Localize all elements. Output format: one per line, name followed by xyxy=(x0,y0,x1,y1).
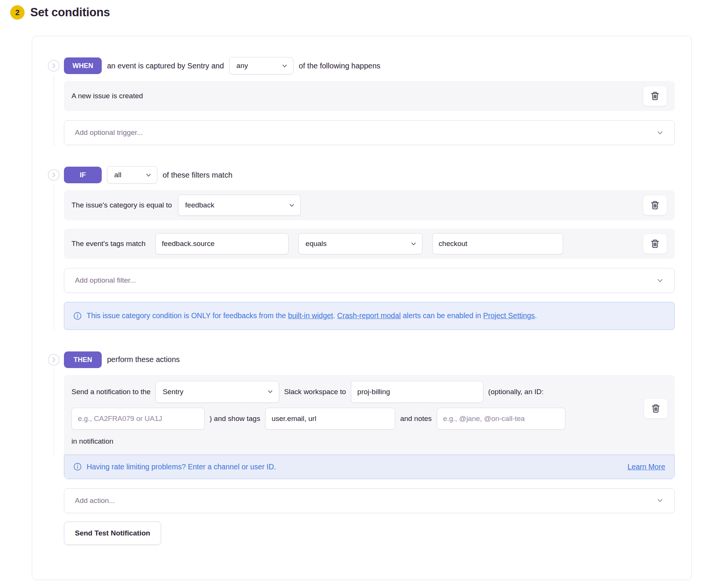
trash-icon xyxy=(651,404,661,413)
then-body: THEN perform these actions Send a notifi… xyxy=(64,351,675,545)
channel-input[interactable] xyxy=(351,381,483,403)
tags-filter-label: The event's tags match xyxy=(71,240,146,248)
when-frequency-value: any xyxy=(236,62,248,70)
add-trigger-dropdown[interactable]: Add optional trigger... xyxy=(64,120,675,145)
workspace-select[interactable]: Sentry xyxy=(155,381,279,403)
rail-connector xyxy=(54,370,54,455)
delete-filter-button[interactable] xyxy=(643,234,667,254)
delete-trigger-button[interactable] xyxy=(643,86,667,106)
then-rail xyxy=(43,351,64,545)
info-icon xyxy=(73,312,82,322)
channel-id-input[interactable] xyxy=(71,408,205,430)
add-trigger-placeholder: Add optional trigger... xyxy=(75,128,143,137)
workspace-select-value: Sentry xyxy=(163,388,183,396)
collapse-chevron-icon[interactable] xyxy=(48,354,60,366)
tag-value-input[interactable] xyxy=(432,233,563,254)
add-filter-dropdown[interactable]: Add optional filter... xyxy=(64,268,675,293)
action-label: Send a notification to the xyxy=(71,388,151,396)
category-select-value: feedback xyxy=(185,201,214,209)
when-frequency-select[interactable]: any xyxy=(229,57,293,74)
chevron-down-icon xyxy=(657,129,664,136)
then-header-row: THEN perform these actions xyxy=(64,351,675,368)
if-post-text: of these filters match xyxy=(163,171,233,179)
action-line-1: Send a notification to the Sentry Slack … xyxy=(71,381,639,403)
send-test-notification-button[interactable]: Send Test Notification xyxy=(64,521,161,545)
step-number-badge: 2 xyxy=(10,5,25,20)
notice-text-part: . xyxy=(333,311,337,320)
built-in-widget-link[interactable]: built-in widget xyxy=(288,311,333,320)
rail-connector xyxy=(54,76,54,145)
tags-input[interactable] xyxy=(265,408,395,430)
crash-report-modal-link[interactable]: Crash-report modal xyxy=(337,311,401,320)
project-settings-link[interactable]: Project Settings xyxy=(483,311,535,320)
add-filter-placeholder: Add optional filter... xyxy=(75,276,136,285)
add-action-dropdown[interactable]: Add action... xyxy=(64,488,675,513)
action-line-2: ) and show tags and notes xyxy=(71,408,639,430)
if-body: IF all of these filters match The issue'… xyxy=(64,166,675,330)
chevron-down-icon xyxy=(267,388,273,395)
action-label: and notes xyxy=(400,415,432,423)
delete-filter-button[interactable] xyxy=(643,195,667,215)
filter-row-category: The issue's category is equal to feedbac… xyxy=(64,190,675,220)
notice-text-part: . xyxy=(535,311,537,320)
notes-input[interactable] xyxy=(437,408,565,430)
rate-limit-notice-left: Having rate limiting problems? Enter a c… xyxy=(73,463,276,471)
info-icon xyxy=(73,463,82,471)
if-section: IF all of these filters match The issue'… xyxy=(43,166,675,330)
delete-action-button[interactable] xyxy=(644,398,668,419)
trash-icon xyxy=(650,91,660,101)
page-title: Set conditions xyxy=(30,6,110,19)
collapse-chevron-icon[interactable] xyxy=(48,60,60,72)
filter-row-tags: The event's tags match equals xyxy=(64,229,675,259)
then-post-text: perform these actions xyxy=(107,355,180,364)
if-badge: IF xyxy=(64,167,102,183)
chevron-down-icon xyxy=(289,202,295,209)
rate-limit-notice-text: Having rate limiting problems? Enter a c… xyxy=(87,463,276,471)
when-badge: WHEN xyxy=(64,57,102,74)
trash-icon xyxy=(650,200,660,210)
tag-operator-value: equals xyxy=(306,240,327,248)
chevron-down-icon xyxy=(657,277,664,284)
when-post-text: of the following happens xyxy=(299,62,380,70)
rate-limit-notice: Having rate limiting problems? Enter a c… xyxy=(64,455,675,479)
action-label: (optionally, an ID: xyxy=(488,388,543,396)
trigger-label: A new issue is created xyxy=(71,92,143,100)
add-action-placeholder: Add action... xyxy=(75,497,115,505)
notice-text-part: This issue category condition is ONLY fo… xyxy=(87,311,288,320)
tag-operator-select[interactable]: equals xyxy=(298,233,422,254)
learn-more-link[interactable]: Learn More xyxy=(627,463,665,471)
when-body: WHEN an event is captured by Sentry and … xyxy=(64,57,675,145)
rail-connector xyxy=(54,185,54,330)
chevron-down-icon xyxy=(145,172,152,178)
then-badge: THEN xyxy=(64,351,102,368)
category-filter-label: The issue's category is equal to xyxy=(71,201,172,209)
when-section: WHEN an event is captured by Sentry and … xyxy=(43,57,675,145)
when-pre-text: an event is captured by Sentry and xyxy=(107,62,224,70)
chevron-down-icon xyxy=(657,497,664,504)
when-header-row: WHEN an event is captured by Sentry and … xyxy=(64,57,675,74)
chevron-down-icon xyxy=(281,63,288,69)
tag-key-input[interactable] xyxy=(155,233,289,254)
trash-icon xyxy=(650,239,660,249)
if-match-value: all xyxy=(114,171,121,179)
conditions-panel: WHEN an event is captured by Sentry and … xyxy=(32,36,692,580)
step-header: 2 Set conditions xyxy=(0,0,714,20)
trigger-row: A new issue is created xyxy=(64,81,675,111)
action-label-in-notification: in notification xyxy=(71,435,667,455)
then-section: THEN perform these actions Send a notifi… xyxy=(43,351,675,545)
collapse-chevron-icon[interactable] xyxy=(48,169,60,181)
notice-text: This issue category condition is ONLY fo… xyxy=(87,310,537,322)
notice-text-part: alerts can be enabled in xyxy=(401,311,483,320)
chevron-down-icon xyxy=(410,241,417,247)
action-label: ) and show tags xyxy=(210,415,260,423)
if-match-select[interactable]: all xyxy=(107,166,157,184)
slack-action-row: Send a notification to the Sentry Slack … xyxy=(64,375,675,479)
category-condition-notice: This issue category condition is ONLY fo… xyxy=(64,302,675,330)
if-rail xyxy=(43,166,64,330)
if-header-row: IF all of these filters match xyxy=(64,166,675,184)
category-select[interactable]: feedback xyxy=(178,195,301,216)
action-label: Slack workspace to xyxy=(284,388,346,396)
when-rail xyxy=(43,57,64,145)
